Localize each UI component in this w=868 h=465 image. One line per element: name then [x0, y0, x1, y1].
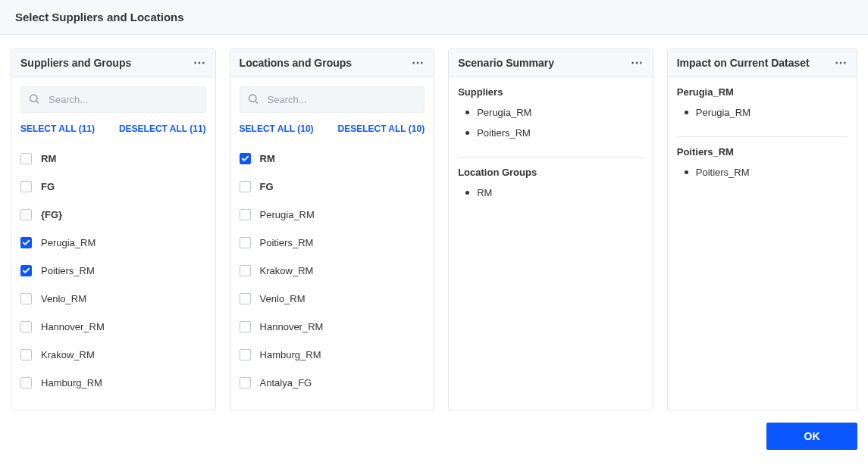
list-item-label: Venlo_RM — [41, 293, 86, 304]
bullet-dot-icon — [465, 191, 469, 195]
impact-group-title: Poitiers_RM — [677, 146, 848, 158]
more-icon[interactable]: ⋯ — [835, 57, 848, 69]
suppliers-list: RMFG{FG}Perugia_RMPoitiers_RMVenlo_RMHan… — [20, 145, 206, 401]
list-item[interactable]: RM — [20, 145, 206, 173]
suppliers-panel: Suppliers and Groups ⋯ SELECT ALL (11) D… — [11, 48, 216, 410]
locations-list: RMFGPerugia_RMPoitiers_RMKrakow_RMVenlo_… — [240, 145, 425, 401]
checkbox[interactable] — [240, 321, 251, 332]
list-item-label: Hannover_RM — [41, 321, 105, 332]
impact-group: Perugia_RMPerugia_RM — [677, 86, 848, 123]
list-item[interactable]: Antalya_FG — [240, 369, 425, 397]
bullet-label: Perugia_RM — [477, 107, 531, 118]
divider — [677, 136, 848, 137]
suppliers-panel-title: Suppliers and Groups — [20, 57, 131, 69]
list-item[interactable]: Poitiers_RM — [20, 257, 206, 285]
list-item[interactable]: Venlo_RM — [240, 285, 425, 313]
list-item[interactable]: Krakow_RM — [240, 257, 425, 285]
list-item-label: Hamburg_RM — [41, 377, 102, 389]
checkbox[interactable] — [240, 153, 251, 164]
list-item[interactable]: FG — [20, 173, 206, 201]
impact-panel: Impact on Current Dataset ⋯ Perugia_RMPe… — [667, 48, 857, 410]
list-item[interactable]: Perugia_RM — [20, 229, 206, 257]
locations-panel-body: SELECT ALL (10) DESELECT ALL (10) RMFGPe… — [230, 77, 434, 410]
list-item[interactable]: Hamburg_RM — [240, 341, 425, 369]
list-item[interactable]: Krakow_RM — [20, 341, 206, 369]
impact-group-list: Perugia_RM — [677, 102, 848, 123]
bullet-label: Poitiers_RM — [696, 167, 750, 178]
checkbox[interactable] — [20, 153, 32, 164]
select-all-button[interactable]: SELECT ALL (11) — [20, 120, 95, 137]
more-icon[interactable]: ⋯ — [631, 57, 644, 69]
list-item-label: Hannover_RM — [260, 321, 324, 332]
summary-suppliers-heading: Suppliers — [458, 86, 644, 98]
more-icon[interactable]: ⋯ — [193, 57, 206, 69]
impact-panel-body: Perugia_RMPerugia_RMPoitiers_RMPoitiers_… — [668, 77, 857, 410]
divider — [458, 157, 644, 158]
ok-button[interactable]: OK — [766, 423, 857, 450]
list-item[interactable]: RM — [240, 145, 425, 173]
checkbox[interactable] — [20, 181, 32, 192]
dialog-header: Select Suppliers and Locations — [0, 0, 868, 35]
suppliers-panel-header: Suppliers and Groups ⋯ — [11, 49, 215, 77]
checkbox[interactable] — [20, 265, 32, 276]
bullet-label: Poitiers_RM — [477, 127, 531, 139]
list-item[interactable]: Perugia_RM — [240, 201, 425, 229]
list-item-label: Hamburg_RM — [260, 349, 321, 360]
summary-panel-body: Suppliers Perugia_RMPoitiers_RM Location… — [449, 77, 653, 410]
suppliers-panel-body: SELECT ALL (11) DESELECT ALL (11) RMFG{F… — [11, 77, 215, 410]
select-actions-row: SELECT ALL (10) DESELECT ALL (10) — [240, 120, 425, 137]
checkbox[interactable] — [240, 181, 251, 192]
list-item-label: FG — [41, 181, 55, 192]
checkbox[interactable] — [20, 209, 32, 220]
checkbox[interactable] — [240, 293, 251, 304]
list-item-label: Poitiers_RM — [260, 237, 314, 248]
bullet-dot-icon — [685, 170, 688, 174]
list-item-label: FG — [260, 181, 274, 192]
list-item-label: Krakow_RM — [41, 349, 95, 360]
list-item-label: Perugia_RM — [260, 209, 315, 220]
summary-location-groups-section: Location Groups RM — [458, 167, 644, 203]
checkbox[interactable] — [20, 321, 32, 332]
summary-panel-header: Scenario Summary ⋯ — [449, 49, 653, 77]
locations-panel-header: Locations and Groups ⋯ — [230, 49, 434, 77]
locations-panel-title: Locations and Groups — [240, 57, 353, 69]
checkbox[interactable] — [240, 349, 251, 360]
checkbox[interactable] — [240, 209, 251, 220]
checkbox[interactable] — [240, 237, 251, 248]
list-item[interactable]: Poitiers_RM — [240, 229, 425, 257]
list-item[interactable]: Hamburg_RM — [20, 369, 206, 397]
list-item[interactable]: Venlo_RM — [20, 285, 206, 313]
list-item[interactable]: Hannover_RM — [240, 313, 425, 341]
panels-container: Suppliers and Groups ⋯ SELECT ALL (11) D… — [0, 35, 868, 418]
checkbox[interactable] — [240, 265, 251, 276]
locations-search-input[interactable] — [240, 86, 425, 113]
list-item-label: RM — [41, 153, 56, 164]
dialog-title: Select Suppliers and Locations — [15, 11, 853, 23]
list-item-label: Venlo_RM — [260, 293, 306, 304]
summary-panel-title: Scenario Summary — [458, 57, 554, 69]
summary-suppliers-section: Suppliers Perugia_RMPoitiers_RM — [458, 86, 644, 143]
checkbox[interactable] — [20, 293, 32, 304]
suppliers-search-input[interactable] — [20, 86, 206, 113]
list-item-label: RM — [260, 153, 275, 164]
dialog-footer: OK — [0, 418, 868, 460]
checkbox[interactable] — [20, 349, 32, 360]
select-all-button[interactable]: SELECT ALL (10) — [240, 120, 314, 137]
deselect-all-button[interactable]: DESELECT ALL (11) — [119, 120, 206, 137]
impact-panel-title: Impact on Current Dataset — [677, 57, 810, 69]
locations-panel: Locations and Groups ⋯ SELECT ALL (10) D… — [230, 48, 435, 410]
checkbox[interactable] — [20, 377, 32, 389]
list-item[interactable]: {FG} — [20, 201, 206, 229]
deselect-all-button[interactable]: DESELECT ALL (10) — [337, 120, 425, 137]
search-wrapper — [20, 86, 206, 113]
more-icon[interactable]: ⋯ — [412, 57, 425, 69]
list-item[interactable]: Hannover_RM — [20, 313, 206, 341]
select-actions-row: SELECT ALL (11) DESELECT ALL (11) — [20, 120, 206, 137]
list-item[interactable]: FG — [240, 173, 425, 201]
checkbox[interactable] — [240, 377, 251, 389]
checkbox[interactable] — [20, 237, 32, 248]
list-item-label: Perugia_RM — [41, 237, 96, 248]
list-item-label: Poitiers_RM — [41, 265, 95, 276]
bullet-dot-icon — [685, 111, 688, 114]
impact-group-title: Perugia_RM — [677, 86, 848, 98]
